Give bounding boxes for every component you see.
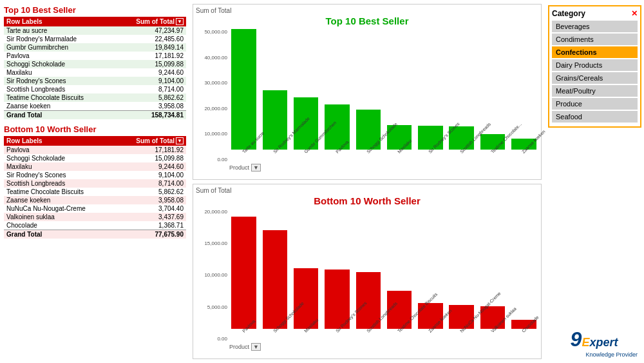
y-axis-label: 20,000.00 [196,106,227,112]
table-row: Maxilaku9,244.60 [4,162,186,171]
bar-label: Scottish Longbreads [459,147,469,157]
category-item[interactable]: Meat/Poultry [552,85,638,97]
row-value: 8,714.00 [115,85,186,93]
sort-icon-bottom[interactable]: ▼ [176,137,184,144]
bottom-table-section: Bottom 10 Worth Seller Row Labels Sum of… [4,124,186,239]
row-value: 8,714.00 [116,179,186,188]
bottom-chart-y-axis: 20,000.0015,000.0010,000.005,000.000.00 [196,209,229,351]
bar-wrap: Maxilaku [384,29,413,160]
category-item[interactable]: Dairy Products [552,59,638,71]
category-item[interactable]: Confections [552,46,638,58]
bottom-table-header-total: Sum of Total ▼ [116,136,186,146]
row-label: Scottish Longbreads [4,179,116,188]
bar-wrap: Sir Rodney's Scones [323,209,352,340]
logo-area: 9Expert Knowledge Provider [548,315,640,358]
category-item[interactable]: Beverages [552,21,638,32]
bar-label: Sir Rodney's Marmalade [272,147,283,157]
row-label: Zaanse koeken [4,102,115,111]
bar-wrap: NuNuCa Nu-Nougat-Creme [447,209,476,340]
right-panel: Category ✕ BeveragesCondimentsConfection… [544,0,644,363]
grand-total-row: Grand Total77,675.90 [4,230,186,239]
bar-wrap: Teatime Chocolate Biscuits [384,209,413,340]
bar-label: Pavlova [242,326,252,337]
row-value: 15,099.88 [115,60,186,68]
grand-total-label: Grand Total [4,111,115,120]
table-row: Zaanse koeken3,958.08 [4,196,186,204]
bar-label: Pavlova [335,147,345,157]
y-axis-label: 15,000.00 [196,240,227,246]
logo-tagline: Knowledge Provider [548,351,640,358]
bar-label: Schoggi Schokolade [366,147,376,157]
bar-label: Scottish Longbreads [366,326,376,337]
bar-wrap: Chocolade [509,209,538,340]
row-label: Valkoinen suklaa [4,213,116,221]
grand-total-label: Grand Total [4,230,116,239]
y-axis-label: 50,000.00 [196,29,227,35]
category-item[interactable]: Produce [552,98,638,110]
category-item[interactable]: Grains/Cereals [552,72,638,84]
logo-e: E [582,336,589,349]
bottom-chart-box: Sum of Total Bottom 10 Worth Seller 20,0… [193,184,542,360]
row-label: Pavlova [4,146,116,154]
table-row: Maxilaku9,244.60 [4,68,186,77]
table-row: Zaanse koeken3,958.08 [4,102,186,111]
table-row: Schoggi Schokolade15,099.88 [4,60,186,68]
category-title: Category [552,9,585,18]
table-row: Schoggi Schokolade15,099.88 [4,154,186,162]
bar-wrap: Schoggi Schokolade [354,29,383,160]
row-label: Scottish Longbreads [4,85,115,93]
y-axis-label: 0.00 [196,336,227,342]
category-item[interactable]: Condiments [552,34,638,45]
top-table-section: Top 10 Best Seller Row Labels Sum of Tot… [4,5,186,119]
row-label: Sir Rodney's Scones [4,77,115,85]
bar-label: Schoggi Schokolade [272,326,283,337]
row-value: 5,862.62 [115,93,186,102]
logo-word: xpert [589,336,618,349]
row-value: 5,862.62 [116,188,186,196]
top-chart-title: Top 10 Best Seller [196,15,538,26]
logo-number: 9 [571,328,582,351]
row-value: 17,181.92 [115,52,186,60]
bar-wrap: Schoggi Schokolade [260,209,289,340]
row-value: 3,958.08 [115,102,186,111]
bar-label: Zaanse koeken [521,147,531,157]
bottom-chart-sum-label: Sum of Total [196,187,538,194]
row-value: 1,368.71 [116,221,186,230]
row-label: Tarte au sucre [4,26,115,35]
category-item[interactable]: Seafood [552,111,638,123]
bar-wrap: Maxilaku [292,209,321,340]
table-row: Pavlova17,181.92 [4,146,186,154]
row-value: 15,099.88 [116,154,186,162]
row-value: 3,958.08 [116,196,186,204]
table-row: Sir Rodney's Marmalade22,485.60 [4,35,186,43]
category-close-icon[interactable]: ✕ [631,9,638,18]
top-table-title: Top 10 Best Seller [4,5,186,15]
bar-wrap: Zaanse koeken [509,29,538,160]
row-label: Maxilaku [4,68,115,77]
row-label: Teatime Chocolate Biscuits [4,93,115,102]
bar-wrap: Zaanse koeken [416,209,445,340]
y-axis-label: 10,000.00 [196,272,227,278]
sort-icon[interactable]: ▼ [176,18,184,25]
bar-label: Teatime Chocolate... [490,147,500,157]
bar-label: Tarte au sucre [242,147,251,157]
bar-label: Maxilaku [397,147,407,157]
bar-wrap: Sir Rodney's Marmalade [260,29,289,160]
bar-label: Sir Rodney's Scones [428,147,438,157]
y-axis-label: 20,000.00 [196,209,227,215]
bottom-filter-icon[interactable]: ▼ [251,343,261,351]
row-value: 22,485.60 [115,35,186,43]
row-label: Sir Rodney's Scones [4,171,116,179]
y-axis-label: 10,000.00 [196,131,227,137]
top-x-label: Product [229,164,249,171]
bar-wrap: Gumbr Gummibrchen [292,29,321,160]
table-row: Chocolade1,368.71 [4,221,186,230]
bottom-table-title: Bottom 10 Worth Seller [4,124,186,134]
row-label: Gumbr Gummibrchen [4,43,115,52]
row-value: 47,234.97 [115,26,186,35]
row-label: Sir Rodney's Marmalade [4,35,115,43]
row-label: Pavlova [4,52,115,60]
bottom-table-header-label: Row Labels [4,136,116,146]
bar [231,217,256,329]
top-filter-icon[interactable]: ▼ [251,164,261,172]
